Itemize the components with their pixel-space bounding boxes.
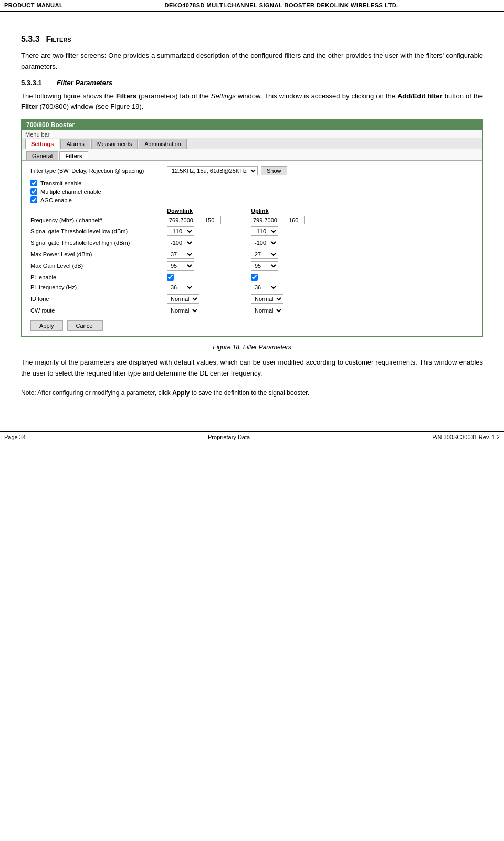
frequency-dl: [167, 216, 251, 224]
dl-pl-enable-checkbox[interactable]: [167, 274, 174, 281]
checkboxes-section: Transmit enable Multiple channel enable …: [30, 180, 474, 203]
pl-frequency-dl: 36: [167, 283, 251, 292]
cw-route-dl: Normal: [167, 306, 251, 315]
checkbox-multiple-channel: Multiple channel enable: [30, 188, 474, 195]
ul-signal-high-select[interactable]: -100: [251, 238, 278, 247]
figure-caption: Figure 18. Filter Parameters: [21, 344, 483, 351]
dl-ul-spacer: [30, 207, 167, 214]
frequency-ul: [251, 216, 335, 224]
subsection-heading: 5.3.3.1 Filter Parameters: [21, 79, 483, 87]
footer-center: Proprietary Data: [208, 434, 250, 440]
filter-content: Filter type (BW, Delay, Rejection @ spac…: [22, 161, 482, 336]
signal-gate-high-ul: -100: [251, 238, 335, 247]
max-power-dl: 37: [167, 250, 251, 259]
section-title: Filters: [46, 35, 71, 44]
ul-id-tone-select[interactable]: Normal: [251, 294, 284, 304]
dl-max-power-select[interactable]: 37: [167, 250, 194, 259]
show-button[interactable]: Show: [261, 166, 287, 175]
max-gain-dl: 95: [167, 261, 251, 271]
intro-text-5: (700/800) window (see Figure 19).: [39, 102, 143, 110]
section-intro: There are two filter screens: One provid…: [21, 50, 483, 72]
checkbox-multiple-channel-input[interactable]: [30, 188, 37, 195]
ul-chan-input[interactable]: [287, 216, 305, 224]
checkbox-agc-enable: AGC enable: [30, 196, 474, 203]
ul-max-gain-select[interactable]: 95: [251, 261, 278, 271]
cancel-button[interactable]: Cancel: [67, 320, 103, 331]
tab-measurments[interactable]: Measurments: [91, 139, 138, 149]
pl-enable-ul: [251, 274, 335, 281]
frequency-row: Frequency (Mhz) / channel#: [30, 216, 474, 224]
cw-route-row: CW route Normal Normal: [30, 306, 474, 315]
intro-bold-filters: Filters: [116, 92, 136, 100]
signal-gate-low-dl: -110: [167, 226, 251, 236]
checkbox-transmit-label: Transmit enable: [40, 180, 81, 186]
signal-gate-low-ul: -110: [251, 226, 335, 236]
intro-text-3: window. This window is accessed by click…: [238, 92, 397, 100]
body-text-1: The majority of the parameters are displ…: [21, 357, 483, 379]
dl-max-gain-select[interactable]: 95: [167, 261, 194, 271]
signal-gate-low-row: Signal gate Threshold level low (dBm) -1…: [30, 226, 474, 236]
max-gain-row: Max Gain Level (dB) 95 95: [30, 261, 474, 271]
id-tone-dl: Normal: [167, 294, 251, 304]
intro-text-4: button of the: [445, 92, 483, 100]
footer-left: Page 34: [4, 434, 26, 440]
tab-administration[interactable]: Administration: [139, 139, 187, 149]
intro-bold-filter: Filter: [21, 102, 38, 110]
pl-enable-label: PL enable: [30, 274, 167, 281]
pl-frequency-label: PL frequency (Hz): [30, 284, 167, 290]
ul-pl-enable-checkbox[interactable]: [251, 274, 258, 281]
checkbox-multiple-channel-label: Multiple channel enable: [40, 189, 101, 195]
ul-max-power-select[interactable]: 27: [251, 250, 278, 259]
checkbox-transmit-input[interactable]: [30, 180, 37, 186]
checkbox-agc-input[interactable]: [30, 196, 37, 203]
filter-type-select[interactable]: 12.5KHz, 15u, 61dB@25KHz: [167, 166, 258, 175]
max-power-ul: 27: [251, 250, 335, 259]
apply-button[interactable]: Apply: [30, 320, 63, 331]
subsection-num: 5.3.3.1: [21, 79, 50, 87]
subsection-intro: The following figure shows the Filters (…: [21, 91, 483, 113]
booster-window: 700/800 Booster Menu bar Settings Alarms…: [21, 119, 483, 337]
cw-route-ul: Normal: [251, 306, 335, 315]
tab-general[interactable]: General: [26, 151, 58, 160]
tab-settings[interactable]: Settings: [25, 139, 59, 149]
max-gain-label: Max Gain Level (dB): [30, 263, 167, 269]
intro-text-1: The following figure shows the: [21, 92, 116, 100]
dl-chan-input[interactable]: [203, 216, 221, 224]
pl-section: PL enable PL frequency (Hz) 36: [30, 274, 474, 315]
signal-gate-high-dl: -100: [167, 238, 251, 247]
max-power-row: Max Power Level (dBm) 37 27: [30, 250, 474, 259]
inner-tabs: General Filters: [22, 149, 482, 161]
ul-pl-frequency-select[interactable]: 36: [251, 283, 278, 292]
booster-titlebar: 700/800 Booster: [22, 120, 482, 130]
header-center: DEKO4078SD Multi-Channel Signal Booster …: [63, 2, 500, 8]
dl-ul-headers: Downlink Uplink: [30, 207, 474, 214]
signal-gate-high-label: Signal gate Threshold level high (dBm): [30, 240, 167, 246]
id-tone-row: ID tone Normal Normal: [30, 294, 474, 304]
ul-cw-route-select[interactable]: Normal: [251, 306, 284, 315]
dl-id-tone-select[interactable]: Normal: [167, 294, 200, 304]
pl-frequency-row: PL frequency (Hz) 36 36: [30, 283, 474, 292]
filter-type-row: Filter type (BW, Delay, Rejection @ spac…: [30, 166, 474, 175]
dl-freq-input[interactable]: [167, 216, 201, 224]
dl-cw-route-select[interactable]: Normal: [167, 306, 200, 315]
dl-signal-low-select[interactable]: -110: [167, 226, 194, 236]
ul-freq-input[interactable]: [251, 216, 285, 224]
header-left: Product Manual: [4, 2, 63, 8]
note-prefix: Note: After configuring or modifying a p…: [21, 389, 172, 397]
dl-signal-high-select[interactable]: -100: [167, 238, 194, 247]
tab-filters[interactable]: Filters: [59, 151, 88, 160]
max-gain-ul: 95: [251, 261, 335, 271]
ul-signal-low-select[interactable]: -110: [251, 226, 278, 236]
note-suffix: to save the definition to the signal boo…: [190, 389, 309, 397]
footer-right: P/N 300SC30031 Rev. 1.2: [432, 434, 500, 440]
pl-enable-row: PL enable: [30, 274, 474, 281]
action-buttons: Apply Cancel: [30, 320, 474, 331]
dl-pl-frequency-select[interactable]: 36: [167, 283, 194, 292]
page-header: Product Manual DEKO4078SD Multi-Channel …: [0, 0, 504, 12]
pl-frequency-ul: 36: [251, 283, 335, 292]
menu-tabs: Settings Alarms Measurments Administrati…: [22, 138, 482, 149]
tab-alarms[interactable]: Alarms: [60, 139, 90, 149]
downlink-header: Downlink: [167, 207, 251, 214]
page-footer: Page 34 Proprietary Data P/N 300SC30031 …: [0, 431, 504, 442]
subsection-title: Filter Parameters: [57, 79, 112, 87]
